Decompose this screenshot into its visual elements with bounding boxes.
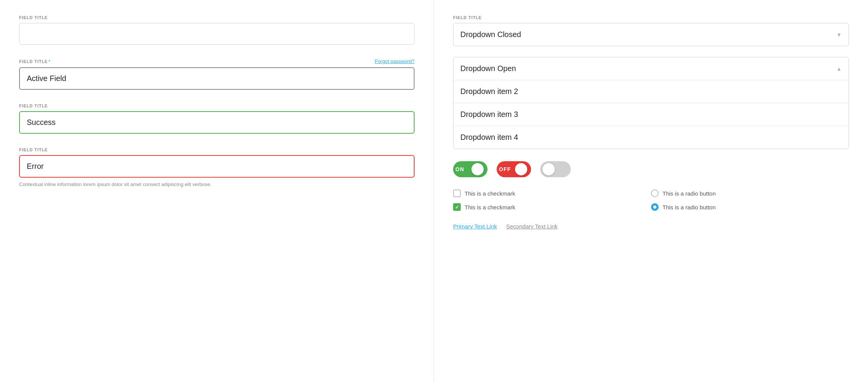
checkbox-checked-item[interactable]: This is a checkmark — [453, 203, 651, 211]
input-active[interactable] — [19, 67, 415, 90]
input-default[interactable] — [19, 23, 415, 45]
checkbox-unchecked-item[interactable]: This is a checkmark — [453, 189, 651, 197]
dropdown-open-container: Dropdown Open ▲ Dropdown item 2 Dropdown… — [453, 57, 849, 149]
field-group-success: FIELD TITLE — [19, 104, 415, 134]
field-label-3: FIELD TITLE — [19, 104, 48, 108]
radio-checked-label: This is a radio button — [662, 204, 716, 210]
toggle-on-knob — [471, 163, 484, 175]
dropdown-closed-label: FIELD TITLE — [453, 15, 482, 20]
primary-text-link[interactable]: Primary Text Link — [453, 223, 497, 230]
checkbox-checked[interactable] — [453, 203, 461, 211]
dropdown-closed-group: FIELD TITLE Dropdown Closed ▼ — [453, 15, 849, 46]
dropdown-open-value: Dropdown Open — [460, 64, 516, 73]
dropdown-open-group: Dropdown Open ▲ Dropdown item 2 Dropdown… — [453, 57, 849, 149]
field-group-default: FIELD TITLE — [19, 15, 415, 45]
toggle-on[interactable]: ON — [453, 161, 487, 177]
checkbox-checked-label: This is a checkmark — [465, 204, 515, 210]
toggle-off-knob — [515, 163, 527, 175]
toggle-on-label: ON — [455, 166, 464, 172]
input-success[interactable] — [19, 111, 415, 134]
controls-grid: This is a checkmark This is a radio butt… — [453, 189, 849, 211]
dropdown-closed-value: Dropdown Closed — [460, 30, 521, 39]
dropdown-open-arrow: ▲ — [836, 66, 842, 72]
dropdown-item-3[interactable]: Dropdown item 4 — [453, 126, 849, 149]
toggle-neutral[interactable] — [540, 161, 571, 177]
field-group-active: FIELD TITLE* Forgot password? — [19, 58, 415, 90]
links-row: Primary Text Link Secondary Text Link — [453, 223, 849, 230]
dropdown-item-1[interactable]: Dropdown item 2 — [453, 80, 849, 103]
checkbox-unchecked[interactable] — [453, 189, 461, 197]
radio-unchecked[interactable] — [651, 189, 659, 197]
checkbox-unchecked-label: This is a checkmark — [465, 190, 515, 197]
toggles-row: ON OFF — [453, 161, 849, 177]
dropdown-closed[interactable]: Dropdown Closed ▼ — [453, 23, 849, 46]
radio-checked[interactable] — [651, 203, 659, 211]
radio-unchecked-item[interactable]: This is a radio button — [651, 189, 849, 197]
dropdown-closed-arrow: ▼ — [836, 32, 842, 38]
radio-checked-item[interactable]: This is a radio button — [651, 203, 849, 211]
toggle-neutral-knob — [542, 163, 555, 175]
toggle-off-label: OFF — [499, 166, 511, 172]
helper-text: Contextual inline information lorem ipsu… — [19, 181, 415, 188]
radio-unchecked-label: This is a radio button — [662, 190, 716, 197]
field-group-error: FIELD TITLE Contextual inline informatio… — [19, 147, 415, 188]
toggle-off[interactable]: OFF — [497, 161, 531, 177]
field-label-1: FIELD TITLE — [19, 15, 48, 20]
secondary-text-link[interactable]: Secondary Text Link — [506, 223, 558, 230]
dropdown-open-header[interactable]: Dropdown Open ▲ — [453, 57, 849, 80]
left-panel: FIELD TITLE FIELD TITLE* Forgot password… — [0, 0, 434, 382]
input-error[interactable] — [19, 155, 415, 178]
dropdown-item-2[interactable]: Dropdown item 3 — [453, 103, 849, 126]
forgot-password-link[interactable]: Forgot password? — [375, 58, 415, 64]
right-panel: FIELD TITLE Dropdown Closed ▼ Dropdown O… — [434, 0, 868, 382]
field-label-4: FIELD TITLE — [19, 147, 48, 152]
field-label-2: FIELD TITLE* — [19, 59, 50, 64]
